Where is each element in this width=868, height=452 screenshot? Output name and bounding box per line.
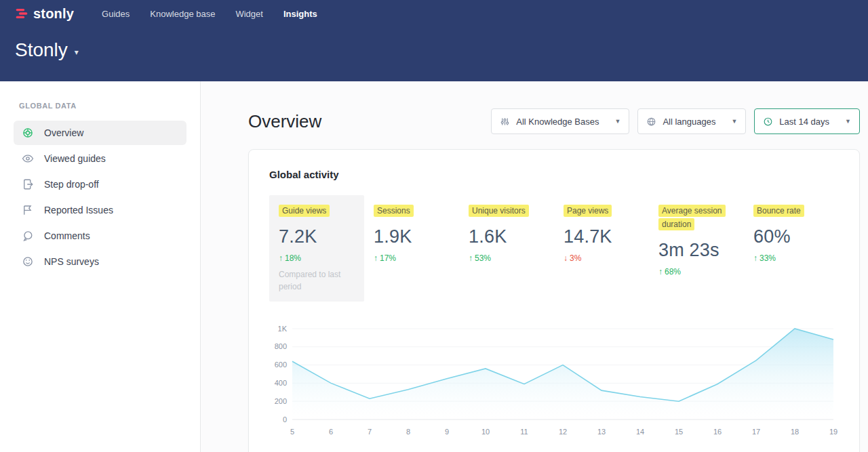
eye-icon — [22, 152, 34, 165]
metric-unique-visitors[interactable]: Unique visitors 1.6K ↑53% — [459, 195, 554, 272]
sidebar-item-step-drop-off[interactable]: Step drop-off — [14, 172, 186, 197]
stonly-logo[interactable]: stonly — [15, 6, 74, 22]
trend-arrow-icon: ↑ — [753, 253, 757, 263]
metric-change: ↑53% — [469, 253, 545, 263]
metric-label: Guide views — [279, 205, 330, 217]
metric-value: 60% — [753, 226, 829, 247]
svg-text:7: 7 — [368, 428, 372, 436]
svg-text:1K: 1K — [278, 324, 288, 332]
svg-text:6: 6 — [329, 428, 333, 436]
svg-text:5: 5 — [290, 428, 294, 436]
metric-bounce-rate[interactable]: Bounce rate 60% ↑33% — [744, 195, 839, 272]
logo-text: stonly — [33, 6, 74, 22]
sidebar-item-label: Overview — [44, 127, 83, 138]
global-activity-card: Global activity Guide views 7.2K ↑18% Co… — [248, 149, 860, 452]
filter-label: All Knowledge Bases — [516, 117, 599, 127]
metric-page-views[interactable]: Page views 14.7K ↓3% — [554, 195, 649, 272]
sidebar-item-overview[interactable]: Overview — [14, 121, 186, 145]
metrics-row: Guide views 7.2K ↑18% Compared to last p… — [269, 195, 839, 302]
svg-text:10: 10 — [481, 428, 490, 436]
sidebar-section-label: GLOBAL DATA — [19, 102, 200, 110]
metric-label: Sessions — [374, 205, 414, 217]
svg-text:19: 19 — [829, 428, 837, 436]
metric-label: Page views — [564, 205, 612, 217]
metric-sessions[interactable]: Sessions 1.9K ↑17% — [364, 195, 459, 272]
metric-guide-views[interactable]: Guide views 7.2K ↑18% Compared to last p… — [269, 195, 364, 302]
svg-text:11: 11 — [520, 428, 528, 436]
date-range-filter[interactable]: Last 14 days ▼ — [754, 108, 860, 134]
card-title: Global activity — [269, 169, 839, 180]
chevron-down-icon: ▾ — [75, 47, 79, 57]
svg-text:17: 17 — [752, 428, 760, 436]
page-title: Overview — [248, 111, 321, 132]
sidebar-item-viewed-guides[interactable]: Viewed guides — [14, 146, 186, 171]
trend-arrow-icon: ↑ — [374, 253, 378, 263]
metric-value: 14.7K — [564, 226, 639, 247]
filter-label: All languages — [663, 117, 715, 127]
sidebar-item-label: Step drop-off — [44, 179, 99, 190]
main-content: Overview All Knowledge Bases ▼ — [201, 81, 868, 452]
trend-arrow-icon: ↑ — [658, 267, 663, 276]
svg-text:0: 0 — [283, 415, 287, 423]
nav-item-knowledge-base[interactable]: Knowledge base — [141, 3, 224, 24]
svg-text:600: 600 — [275, 361, 287, 369]
metric-change: ↑18% — [279, 253, 355, 263]
sidebar-item-nps-surveys[interactable]: NPS surveys — [14, 249, 186, 274]
metric-value: 3m 23s — [658, 240, 734, 261]
chevron-down-icon: ▼ — [614, 118, 620, 125]
metric-average-session-duration[interactable]: Average session duration 3m 23s ↑68% — [649, 195, 744, 285]
workspace-switcher[interactable]: Stonly ▾ — [15, 39, 868, 61]
metric-label: Average session duration — [658, 205, 726, 230]
sidebar-item-comments[interactable]: Comments — [14, 224, 186, 248]
svg-text:9: 9 — [445, 428, 449, 436]
global-activity-chart: 02004006008001K5678910111213141516171819 — [269, 322, 839, 438]
svg-text:13: 13 — [597, 428, 606, 436]
filters: All Knowledge Bases ▼ All languages ▼ — [491, 108, 860, 134]
svg-text:400: 400 — [275, 379, 287, 387]
nav-item-insights[interactable]: Insights — [275, 3, 326, 24]
svg-text:18: 18 — [791, 428, 799, 436]
chevron-down-icon: ▼ — [731, 118, 737, 125]
filter-label: Last 14 days — [779, 117, 829, 127]
metric-note: Compared to last period — [279, 269, 348, 293]
metric-value: 7.2K — [279, 226, 355, 247]
sidebar-item-reported-issues[interactable]: Reported Issues — [14, 198, 186, 222]
svg-text:200: 200 — [275, 397, 287, 405]
globe-icon — [646, 117, 656, 127]
chevron-down-icon: ▼ — [845, 118, 851, 125]
svg-text:15: 15 — [675, 428, 683, 436]
step-dropoff-icon — [22, 178, 34, 190]
svg-text:12: 12 — [559, 428, 567, 436]
sidebar-item-label: Viewed guides — [44, 153, 106, 164]
metric-value: 1.6K — [469, 226, 545, 247]
stonly-logo-icon — [15, 7, 28, 20]
sidebar-item-label: NPS surveys — [44, 256, 99, 267]
clock-icon — [763, 117, 773, 127]
sliders-icon — [500, 117, 510, 127]
overview-icon — [22, 127, 34, 139]
trend-arrow-icon: ↑ — [469, 253, 473, 263]
metric-label: Unique visitors — [469, 205, 529, 217]
sidebar: GLOBAL DATA Overview Viewed guides — [0, 81, 201, 452]
svg-text:14: 14 — [636, 428, 644, 436]
svg-text:800: 800 — [275, 342, 287, 350]
metric-change: ↓3% — [564, 253, 639, 263]
languages-filter[interactable]: All languages ▼ — [637, 108, 746, 134]
svg-text:16: 16 — [713, 428, 722, 436]
metric-change: ↑17% — [374, 253, 450, 263]
comment-icon — [22, 230, 34, 242]
trend-arrow-icon: ↑ — [279, 253, 283, 263]
nav-item-widget[interactable]: Widget — [226, 3, 271, 24]
top-navigation: stonly Guides Knowledge base Widget Insi… — [15, 0, 868, 27]
sidebar-item-label: Comments — [44, 230, 90, 241]
knowledge-bases-filter[interactable]: All Knowledge Bases ▼ — [491, 108, 629, 134]
topnav-items: Guides Knowledge base Widget Insights — [93, 3, 326, 24]
metric-value: 1.9K — [374, 226, 450, 247]
nav-item-guides[interactable]: Guides — [93, 3, 138, 24]
flag-icon — [22, 204, 34, 216]
metric-change: ↑68% — [658, 267, 734, 276]
workspace-name: Stonly — [15, 39, 68, 61]
metric-label: Bounce rate — [753, 205, 804, 217]
sidebar-item-label: Reported Issues — [44, 205, 113, 215]
trend-arrow-icon: ↓ — [564, 253, 568, 263]
